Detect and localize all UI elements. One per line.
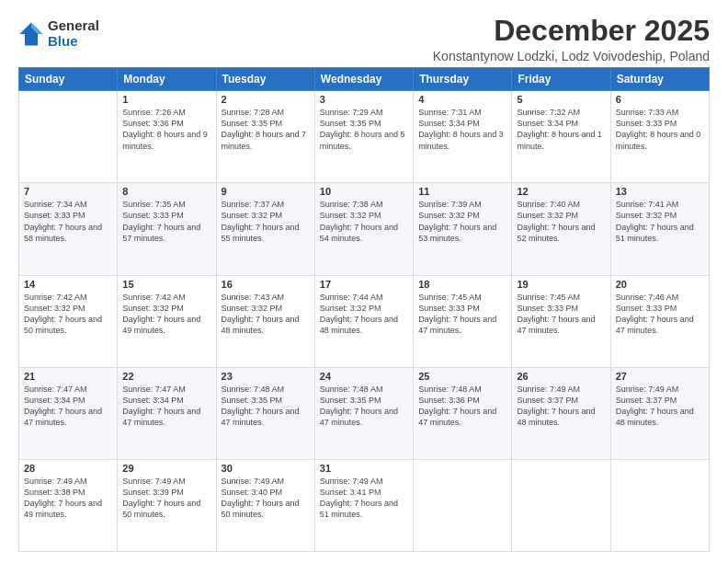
sunset-text: Sunset: 3:37 PM [616,395,704,406]
sunset-text: Sunset: 3:35 PM [222,395,310,406]
table-row: 10Sunrise: 7:38 AMSunset: 3:32 PMDayligh… [314,183,413,275]
sunrise-text: Sunrise: 7:32 AM [517,107,605,118]
daylight-text: Daylight: 7 hours and 52 minutes. [517,222,605,244]
sunrise-text: Sunrise: 7:48 AM [418,384,506,395]
table-row: 26Sunrise: 7:49 AMSunset: 3:37 PMDayligh… [512,367,610,459]
calendar-table: Sunday Monday Tuesday Wednesday Thursday… [18,67,710,552]
date-number: 1 [122,94,210,105]
sunrise-text: Sunrise: 7:42 AM [24,292,112,303]
logo-text: General Blue [48,18,99,49]
daylight-text: Daylight: 7 hours and 47 minutes. [517,314,605,336]
table-row: 23Sunrise: 7:48 AMSunset: 3:35 PMDayligh… [216,367,314,459]
daylight-text: Daylight: 7 hours and 50 minutes. [24,314,112,336]
date-number: 15 [122,279,210,290]
cell-info: Sunrise: 7:49 AMSunset: 3:40 PMDaylight:… [222,476,310,521]
sunrise-text: Sunrise: 7:31 AM [418,107,506,118]
date-number: 18 [418,279,506,290]
cell-info: Sunrise: 7:31 AMSunset: 3:34 PMDaylight:… [418,107,506,152]
sunset-text: Sunset: 3:32 PM [517,210,605,221]
date-number: 2 [222,94,310,105]
cell-info: Sunrise: 7:35 AMSunset: 3:33 PMDaylight:… [122,199,210,244]
date-number: 19 [517,279,605,290]
header-tuesday: Tuesday [216,68,314,91]
date-number: 21 [24,371,112,382]
sunrise-text: Sunrise: 7:29 AM [320,107,408,118]
cell-info: Sunrise: 7:39 AMSunset: 3:32 PMDaylight:… [418,199,506,244]
sunrise-text: Sunrise: 7:41 AM [616,199,704,210]
date-number: 7 [24,186,112,197]
date-number: 28 [24,463,112,474]
cell-info: Sunrise: 7:49 AMSunset: 3:41 PMDaylight:… [320,476,408,521]
daylight-text: Daylight: 8 hours and 7 minutes. [222,129,310,151]
daylight-text: Daylight: 7 hours and 49 minutes. [122,314,210,336]
sunset-text: Sunset: 3:40 PM [222,487,310,498]
cell-info: Sunrise: 7:49 AMSunset: 3:37 PMDaylight:… [616,384,704,429]
cell-info: Sunrise: 7:26 AMSunset: 3:36 PMDaylight:… [122,107,210,152]
cell-info: Sunrise: 7:41 AMSunset: 3:32 PMDaylight:… [616,199,704,244]
calendar-header-row: Sunday Monday Tuesday Wednesday Thursday… [19,68,710,91]
sunset-text: Sunset: 3:32 PM [24,303,112,314]
daylight-text: Daylight: 8 hours and 9 minutes. [122,129,210,151]
sunrise-text: Sunrise: 7:48 AM [320,384,408,395]
table-row: 9Sunrise: 7:37 AMSunset: 3:32 PMDaylight… [216,183,314,275]
cell-info: Sunrise: 7:45 AMSunset: 3:33 PMDaylight:… [418,292,506,337]
sunset-text: Sunset: 3:33 PM [24,210,112,221]
cell-info: Sunrise: 7:40 AMSunset: 3:32 PMDaylight:… [517,199,605,244]
table-row: 6Sunrise: 7:33 AMSunset: 3:33 PMDaylight… [610,91,709,183]
daylight-text: Daylight: 7 hours and 48 minutes. [517,406,605,428]
daylight-text: Daylight: 7 hours and 51 minutes. [616,222,704,244]
sunrise-text: Sunrise: 7:49 AM [616,384,704,395]
sunrise-text: Sunrise: 7:49 AM [24,476,112,487]
cell-info: Sunrise: 7:43 AMSunset: 3:32 PMDaylight:… [222,292,310,337]
sunset-text: Sunset: 3:35 PM [320,395,408,406]
cell-info: Sunrise: 7:42 AMSunset: 3:32 PMDaylight:… [122,292,210,337]
sunset-text: Sunset: 3:32 PM [222,210,310,221]
date-number: 4 [418,94,506,105]
header-friday: Friday [512,68,610,91]
cell-info: Sunrise: 7:49 AMSunset: 3:37 PMDaylight:… [517,384,605,429]
cell-info: Sunrise: 7:48 AMSunset: 3:35 PMDaylight:… [222,384,310,429]
table-row: 17Sunrise: 7:44 AMSunset: 3:32 PMDayligh… [314,275,413,367]
date-number: 16 [222,279,310,290]
sunrise-text: Sunrise: 7:46 AM [616,292,704,303]
table-row [610,459,709,551]
table-row: 18Sunrise: 7:45 AMSunset: 3:33 PMDayligh… [414,275,512,367]
cell-info: Sunrise: 7:49 AMSunset: 3:38 PMDaylight:… [24,476,112,521]
header-monday: Monday [118,68,216,91]
table-row: 21Sunrise: 7:47 AMSunset: 3:34 PMDayligh… [19,367,118,459]
cell-info: Sunrise: 7:28 AMSunset: 3:35 PMDaylight:… [222,107,310,152]
sunset-text: Sunset: 3:34 PM [418,118,506,129]
daylight-text: Daylight: 7 hours and 47 minutes. [222,406,310,428]
date-number: 14 [24,279,112,290]
cell-info: Sunrise: 7:29 AMSunset: 3:35 PMDaylight:… [320,107,408,152]
sunrise-text: Sunrise: 7:40 AM [517,199,605,210]
sunset-text: Sunset: 3:33 PM [418,303,506,314]
daylight-text: Daylight: 7 hours and 48 minutes. [222,314,310,336]
header-thursday: Thursday [414,68,512,91]
date-number: 31 [320,463,408,474]
daylight-text: Daylight: 7 hours and 58 minutes. [24,222,112,244]
date-number: 27 [616,371,704,382]
daylight-text: Daylight: 7 hours and 55 minutes. [222,222,310,244]
sunset-text: Sunset: 3:32 PM [616,210,704,221]
daylight-text: Daylight: 8 hours and 3 minutes. [418,129,506,151]
date-number: 8 [122,186,210,197]
sunset-text: Sunset: 3:35 PM [222,118,310,129]
sunrise-text: Sunrise: 7:42 AM [122,292,210,303]
table-row: 29Sunrise: 7:49 AMSunset: 3:39 PMDayligh… [118,459,216,551]
sunrise-text: Sunrise: 7:37 AM [222,199,310,210]
sunrise-text: Sunrise: 7:35 AM [122,199,210,210]
sunset-text: Sunset: 3:33 PM [616,118,704,129]
sunrise-text: Sunrise: 7:33 AM [616,107,704,118]
table-row: 3Sunrise: 7:29 AMSunset: 3:35 PMDaylight… [314,91,413,183]
sunset-text: Sunset: 3:32 PM [122,303,210,314]
date-number: 9 [222,186,310,197]
sunset-text: Sunset: 3:41 PM [320,487,408,498]
sunset-text: Sunset: 3:32 PM [418,210,506,221]
cell-info: Sunrise: 7:46 AMSunset: 3:33 PMDaylight:… [616,292,704,337]
header-sunday: Sunday [19,68,118,91]
sunset-text: Sunset: 3:39 PM [122,487,210,498]
cell-info: Sunrise: 7:37 AMSunset: 3:32 PMDaylight:… [222,199,310,244]
sunrise-text: Sunrise: 7:49 AM [222,476,310,487]
sunrise-text: Sunrise: 7:49 AM [517,384,605,395]
